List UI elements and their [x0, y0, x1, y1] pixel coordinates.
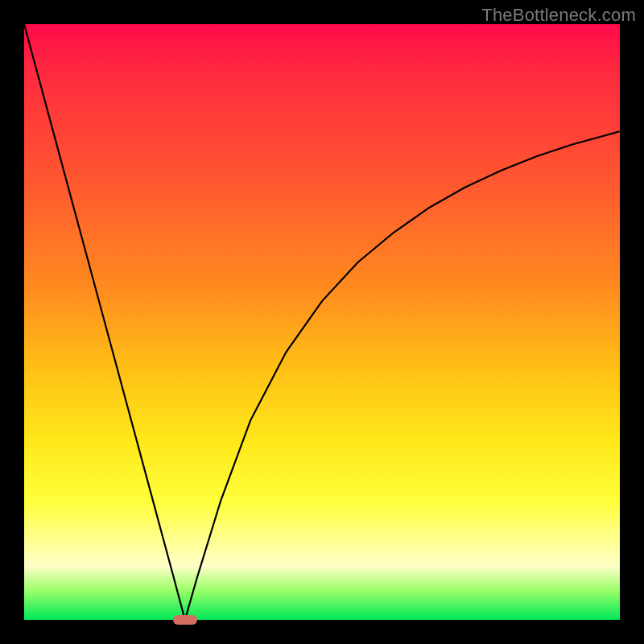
curve-path [24, 24, 620, 620]
chart-frame: TheBottleneck.com [0, 0, 644, 644]
bottleneck-marker [173, 615, 197, 625]
plot-area [24, 24, 620, 620]
watermark-text: TheBottleneck.com [481, 5, 636, 26]
curve-svg [24, 24, 620, 620]
